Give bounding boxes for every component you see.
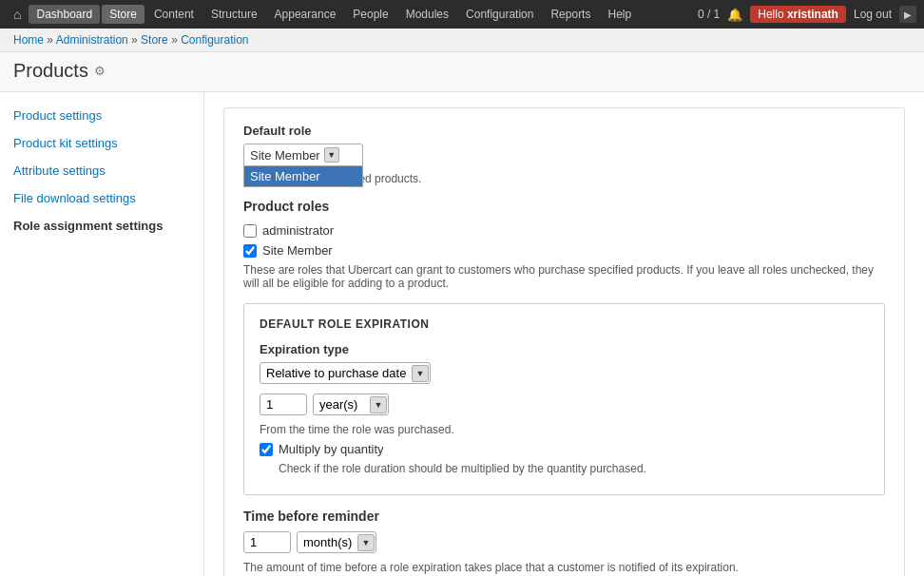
nav-people[interactable]: People xyxy=(345,5,395,24)
duration-unit-select[interactable]: year(s) xyxy=(313,394,389,415)
time-before-reminder-section: Time before reminder month(s) ▼ The amou… xyxy=(243,509,885,574)
role-checkbox-site-member[interactable] xyxy=(243,244,257,258)
breadcrumb: Home » Administration » Store » Configur… xyxy=(0,29,924,52)
default-role-dropdown-shown[interactable]: Site Member ▼ xyxy=(243,144,363,166)
topbar: ⌂ Dashboard Store Content Structure Appe… xyxy=(0,0,924,29)
nav-reports[interactable]: Reports xyxy=(543,5,598,24)
role-label-administrator: administrator xyxy=(262,223,334,238)
breadcrumb-sep-0: » xyxy=(47,33,55,47)
nav-appearance[interactable]: Appearance xyxy=(267,5,344,24)
role-checkbox-administrator[interactable] xyxy=(243,224,257,238)
main-section: Default role Site Member ▼ Site Member e… xyxy=(223,107,905,576)
multiply-desc: Check if the role duration should be mul… xyxy=(279,462,869,475)
page-title-bar: Products ⚙ xyxy=(0,52,924,92)
breadcrumb-home[interactable]: Home xyxy=(13,33,44,47)
breadcrumb-store[interactable]: Store xyxy=(141,33,168,47)
reminder-input[interactable] xyxy=(243,531,291,553)
multiply-row: Multiply by quantity xyxy=(260,442,869,456)
duration-unit-dropdown-wrapper[interactable]: year(s) ▼ xyxy=(313,394,389,415)
product-roles-header: Product roles xyxy=(243,199,885,214)
main-layout: Product settings Product kit settings At… xyxy=(0,92,924,576)
bell-icon[interactable]: 🔔 xyxy=(727,8,742,22)
sidebar-item-file-download-settings[interactable]: File download settings xyxy=(0,184,203,212)
expiration-type-dropdown-wrapper[interactable]: Relative to purchase date ▼ xyxy=(260,362,431,384)
default-role-value: Site Member xyxy=(250,148,320,163)
sidebar-item-product-settings[interactable]: Product settings xyxy=(0,102,203,129)
topbar-arrow[interactable]: ▶ xyxy=(899,6,916,23)
breadcrumb-configuration[interactable]: Configuration xyxy=(181,33,248,47)
reminder-unit-dropdown-wrapper[interactable]: month(s) ▼ xyxy=(297,531,376,553)
sidebar-item-attribute-settings[interactable]: Attribute settings xyxy=(0,157,203,184)
nav-configuration[interactable]: Configuration xyxy=(458,5,541,24)
default-role-dropdown-arrow: ▼ xyxy=(324,147,339,163)
username: xristinath xyxy=(787,8,838,21)
role-row-site-member: Site Member xyxy=(243,243,885,258)
home-icon[interactable]: ⌂ xyxy=(8,4,27,25)
nav-modules[interactable]: Modules xyxy=(398,5,456,24)
hello-user: Hello xristinath xyxy=(750,6,846,23)
sidebar-item-product-kit-settings[interactable]: Product kit settings xyxy=(0,129,203,157)
nav-dashboard[interactable]: Dashboard xyxy=(29,5,100,24)
expiration-box-title: DEFAULT ROLE EXPIRATION xyxy=(260,317,869,331)
nav-help[interactable]: Help xyxy=(600,5,639,24)
role-row-administrator: administrator xyxy=(243,223,885,238)
default-role-dropdown-list[interactable]: Site Member xyxy=(243,166,363,187)
role-label-site-member: Site Member xyxy=(262,243,333,258)
reminder-description: The amount of time before a role expirat… xyxy=(243,561,885,574)
sidebar: Product settings Product kit settings At… xyxy=(0,92,204,576)
duration-row: year(s) ▼ xyxy=(260,394,869,415)
expiration-type-label: Expiration type xyxy=(260,342,869,356)
gear-icon[interactable]: ⚙ xyxy=(94,64,106,78)
nav-content[interactable]: Content xyxy=(146,5,202,24)
default-role-section: Default role Site Member ▼ Site Member e… xyxy=(243,124,885,185)
breadcrumb-administration[interactable]: Administration xyxy=(56,33,128,47)
product-roles-section: Product roles administrator Site Member … xyxy=(243,199,885,290)
reminder-unit-select[interactable]: month(s) xyxy=(297,531,376,553)
multiply-checkbox[interactable] xyxy=(260,443,273,456)
cart-counter: 0 / 1 xyxy=(698,8,720,21)
duration-input[interactable] xyxy=(260,394,307,415)
breadcrumb-sep-1: » xyxy=(131,33,141,47)
topbar-right: 0 / 1 🔔 Hello xristinath Log out ▶ xyxy=(698,6,916,23)
product-roles-description: These are roles that Ubercart can grant … xyxy=(243,263,885,290)
default-role-option-site-member[interactable]: Site Member xyxy=(244,166,362,186)
breadcrumb-sep-2: » xyxy=(171,33,181,47)
sidebar-item-role-assignment-settings[interactable]: Role assignment settings xyxy=(0,212,203,240)
page-title: Products xyxy=(13,60,88,82)
expiration-box: DEFAULT ROLE EXPIRATION Expiration type … xyxy=(243,303,885,495)
default-role-label: Default role xyxy=(243,124,885,138)
nav-structure[interactable]: Structure xyxy=(203,5,265,24)
expiration-type-select[interactable]: Relative to purchase date xyxy=(260,362,431,384)
time-before-reminder-label: Time before reminder xyxy=(243,509,885,524)
content-area: Default role Site Member ▼ Site Member e… xyxy=(204,92,924,576)
from-time-text: From the time the role was purchased. xyxy=(260,423,869,436)
default-role-dropdown-container[interactable]: Site Member ▼ Site Member xyxy=(243,144,363,166)
reminder-row: month(s) ▼ xyxy=(243,531,885,553)
logout-button[interactable]: Log out xyxy=(854,8,892,21)
nav-store[interactable]: Store xyxy=(102,5,144,24)
multiply-label: Multiply by quantity xyxy=(279,442,384,456)
